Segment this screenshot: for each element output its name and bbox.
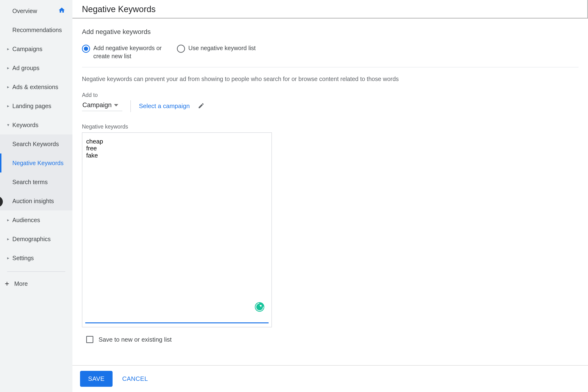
sidebar-label: Landing pages bbox=[12, 103, 65, 110]
sidebar-item-landing-pages[interactable]: ▸ Landing pages bbox=[0, 96, 72, 116]
radio-label: Add negative keywords or create new list bbox=[93, 44, 169, 60]
chevron-right-icon: ▸ bbox=[7, 103, 12, 108]
sidebar-item-audiences[interactable]: ▸ Audiences bbox=[0, 210, 72, 230]
save-to-list-row: Save to new or existing list bbox=[82, 336, 579, 343]
chevron-down-icon: ▾ bbox=[7, 122, 12, 128]
checkbox-label: Save to new or existing list bbox=[98, 336, 172, 343]
sidebar-label: More bbox=[14, 280, 65, 287]
pencil-icon[interactable] bbox=[198, 102, 204, 110]
add-to-row: Campaign Select a campaign bbox=[82, 100, 579, 112]
textarea-wrapper bbox=[82, 132, 272, 328]
hint-text: Negative keywords can prevent your ad fr… bbox=[82, 76, 579, 82]
save-button[interactable]: SAVE bbox=[80, 371, 112, 387]
sidebar-label: Recommendations bbox=[12, 26, 65, 34]
sidebar-label: Demographics bbox=[12, 236, 65, 242]
chevron-right-icon: ▸ bbox=[7, 84, 12, 90]
sidebar-label: Audiences bbox=[12, 217, 65, 224]
radio-use-list[interactable]: Use negative keyword list bbox=[177, 44, 256, 53]
sidebar-item-settings[interactable]: ▸ Settings bbox=[0, 248, 72, 268]
sidebar-item-overview[interactable]: Overview bbox=[0, 2, 72, 20]
sidebar-item-ads-extensions[interactable]: ▸ Ads & extensions bbox=[0, 78, 72, 96]
sidebar-sub-label: Auction insights bbox=[12, 198, 54, 204]
sidebar-label: Ad groups bbox=[12, 64, 65, 72]
radio-icon bbox=[177, 45, 185, 53]
radio-icon bbox=[82, 45, 90, 53]
radio-label: Use negative keyword list bbox=[188, 44, 256, 52]
sidebar-item-keywords[interactable]: ▾ Keywords bbox=[0, 116, 72, 134]
footer: SAVE CANCEL bbox=[72, 365, 588, 392]
sidebar-label: Ads & extensions bbox=[12, 84, 65, 90]
sidebar: Overview Recommendations ▸ Campaigns ▸ A… bbox=[0, 0, 72, 392]
sidebar-label: Keywords bbox=[12, 122, 65, 128]
chevron-right-icon: ▸ bbox=[7, 218, 12, 222]
radio-create-new[interactable]: Add negative keywords or create new list bbox=[82, 44, 169, 60]
divider bbox=[7, 271, 65, 272]
chevron-right-icon: ▸ bbox=[7, 65, 12, 70]
sidebar-sub-label: Search terms bbox=[12, 179, 48, 186]
sidebar-label: Overview bbox=[12, 8, 58, 14]
add-to-dropdown[interactable]: Campaign bbox=[82, 101, 122, 111]
main: Negative Keywords Add negative keywords … bbox=[72, 0, 588, 392]
caret-down-icon bbox=[114, 104, 118, 106]
grammarly-icon[interactable] bbox=[255, 302, 264, 312]
sidebar-sub-auction-insights[interactable]: Auction insights bbox=[0, 192, 72, 210]
divider bbox=[82, 67, 579, 68]
select-campaign-link[interactable]: Select a campaign bbox=[139, 102, 190, 110]
sidebar-item-adgroups[interactable]: ▸ Ad groups bbox=[0, 58, 72, 78]
divider bbox=[130, 100, 131, 112]
sidebar-sub-label: Search Keywords bbox=[12, 141, 59, 148]
sidebar-label: Settings bbox=[12, 255, 65, 262]
sidebar-label: Campaigns bbox=[12, 46, 65, 52]
sidebar-item-more[interactable]: + More bbox=[0, 274, 72, 293]
page-title: Negative Keywords bbox=[72, 0, 588, 18]
sidebar-item-demographics[interactable]: ▸ Demographics bbox=[0, 230, 72, 248]
section-title: Add negative keywords bbox=[82, 28, 579, 36]
chevron-right-icon: ▸ bbox=[7, 46, 12, 52]
cancel-button[interactable]: CANCEL bbox=[122, 375, 148, 382]
checkbox[interactable] bbox=[86, 336, 93, 343]
sidebar-sub-search-keywords[interactable]: Search Keywords bbox=[0, 134, 72, 154]
negative-keywords-textarea[interactable] bbox=[85, 136, 269, 323]
add-to-label: Add to bbox=[82, 92, 579, 98]
form-area: Add negative keywords Add negative keywo… bbox=[72, 18, 588, 350]
sidebar-item-recommendations[interactable]: Recommendations bbox=[0, 20, 72, 40]
chevron-right-icon: ▸ bbox=[7, 256, 12, 260]
sidebar-sub-label: Negative Keywords bbox=[12, 160, 63, 166]
sidebar-sub-search-terms[interactable]: Search terms bbox=[0, 172, 72, 192]
radio-group: Add negative keywords or create new list… bbox=[82, 44, 579, 60]
dropdown-value: Campaign bbox=[82, 102, 112, 109]
home-icon bbox=[58, 7, 65, 15]
sidebar-item-campaigns[interactable]: ▸ Campaigns bbox=[0, 40, 72, 58]
chevron-right-icon: ▸ bbox=[7, 236, 12, 242]
sidebar-sub-negative-keywords[interactable]: Negative Keywords bbox=[0, 154, 72, 172]
negative-keywords-label: Negative keywords bbox=[82, 124, 579, 130]
